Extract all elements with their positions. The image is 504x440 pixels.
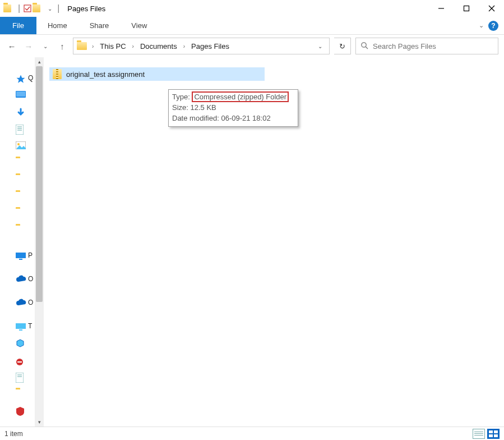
close-button[interactable]: [479, 0, 504, 17]
sidebar-item-this-pc[interactable]: P: [16, 251, 26, 260]
sidebar-item-folder[interactable]: [16, 192, 26, 201]
tooltip-type-value: Compressed (zipped) Folder: [192, 91, 289, 102]
sidebar-item-this-pc-2[interactable]: T: [16, 322, 26, 331]
qat-folder-icon[interactable]: [33, 4, 41, 13]
large-icons-view-button[interactable]: [487, 429, 500, 439]
breadcrumb-current[interactable]: Pages Files: [189, 41, 232, 52]
refresh-button[interactable]: ↻: [334, 38, 351, 54]
window-title: Pages Files: [67, 4, 105, 13]
status-item-count: 1 item: [4, 430, 23, 438]
svg-rect-0: [24, 5, 31, 12]
chevron-right-icon[interactable]: ›: [131, 43, 136, 49]
svg-point-15: [17, 143, 20, 145]
address-dropdown-icon[interactable]: ⌄: [313, 43, 327, 49]
minimize-button[interactable]: [428, 0, 454, 17]
svg-point-5: [362, 42, 366, 47]
sidebar-item-desktop[interactable]: [16, 91, 26, 100]
svg-rect-18: [16, 323, 26, 329]
sidebar-scrollbar[interactable]: ▴ ▾: [35, 57, 44, 427]
svg-rect-2: [464, 6, 469, 11]
title-bar: | ⌄ | Pages Files: [0, 0, 504, 17]
file-name: original_test assignment: [66, 70, 145, 79]
sidebar-item-3d-objects[interactable]: [16, 339, 26, 348]
breadcrumb-documents[interactable]: Documents: [138, 41, 179, 52]
tooltip: Type: Compressed (zipped) Folder Size: 1…: [168, 89, 298, 127]
navigation-row: ← → ⌄ ↑ › This PC › Documents › Pages Fi…: [0, 35, 504, 57]
status-bar: 1 item: [0, 427, 504, 440]
sidebar-item-onedrive[interactable]: O: [16, 275, 26, 284]
tooltip-date-value: 06-09-21 18:02: [221, 114, 270, 122]
sidebar-item-folder[interactable]: [16, 226, 26, 235]
breadcrumb-this-pc[interactable]: This PC: [98, 41, 128, 52]
sidebar-item-onedrive[interactable]: O: [16, 299, 26, 308]
tooltip-size-label: Size:: [172, 103, 188, 112]
ribbon-tabs: File Home Share View ⌄ ?: [0, 17, 504, 35]
svg-marker-7: [17, 75, 25, 83]
chevron-right-icon[interactable]: ›: [90, 43, 95, 49]
qat-properties-icon[interactable]: [22, 2, 33, 15]
forward-button[interactable]: →: [22, 40, 35, 52]
sidebar-item-documents-2[interactable]: [16, 373, 26, 382]
recent-locations-dropdown[interactable]: ⌄: [39, 40, 52, 52]
svg-rect-17: [19, 259, 22, 260]
scroll-down-icon[interactable]: ▾: [35, 418, 44, 427]
sidebar-item-downloads[interactable]: [16, 108, 26, 117]
search-box[interactable]: [355, 38, 498, 54]
svg-rect-23: [16, 373, 24, 383]
up-button[interactable]: ↑: [56, 40, 68, 52]
details-view-button[interactable]: [473, 429, 485, 439]
maximize-button[interactable]: [454, 0, 479, 17]
tooltip-size-value: 12.5 KB: [191, 103, 216, 112]
qat-dropdown-icon[interactable]: ⌄: [45, 2, 55, 15]
chevron-right-icon[interactable]: ›: [182, 43, 187, 49]
file-tab[interactable]: File: [0, 17, 36, 34]
svg-line-6: [366, 47, 368, 49]
tooltip-date-label: Date modified:: [172, 114, 219, 122]
scrollbar-thumb[interactable]: [36, 66, 43, 302]
scroll-up-icon[interactable]: ▴: [35, 57, 44, 66]
zip-folder-icon: [53, 69, 62, 79]
tab-view[interactable]: View: [120, 17, 158, 34]
app-folder-icon: [3, 4, 12, 13]
ribbon-collapse-icon[interactable]: ⌄: [479, 22, 484, 29]
sidebar-item-folder[interactable]: [16, 389, 26, 398]
tooltip-type-label: Type:: [172, 93, 190, 101]
svg-rect-9: [16, 91, 25, 97]
sidebar-item-mcafee[interactable]: [16, 406, 26, 415]
sidebar-item-folder[interactable]: [16, 175, 26, 184]
title-divider: |: [18, 3, 20, 13]
sidebar-item-pictures[interactable]: [16, 141, 26, 150]
svg-rect-19: [19, 329, 22, 331]
tab-home[interactable]: Home: [36, 17, 78, 34]
sidebar-item-documents[interactable]: [16, 125, 26, 134]
help-icon[interactable]: ?: [488, 21, 498, 31]
svg-rect-10: [16, 125, 24, 135]
search-input[interactable]: [373, 42, 493, 51]
sidebar-item-blocked[interactable]: [16, 356, 26, 365]
sidebar-item-folder[interactable]: [16, 209, 26, 218]
navigation-pane[interactable]: ▴ ▾ Q: [0, 57, 46, 427]
sidebar-item-quick-access[interactable]: Q: [16, 74, 26, 83]
sidebar-item-folder[interactable]: [16, 158, 26, 167]
address-bar[interactable]: › This PC › Documents › Pages Files ⌄: [73, 38, 330, 54]
search-icon: [360, 42, 368, 51]
file-row[interactable]: original_test assignment: [49, 67, 265, 81]
back-button[interactable]: ←: [6, 40, 18, 52]
title-divider-2: |: [57, 3, 59, 13]
svg-rect-16: [16, 253, 26, 258]
tab-share[interactable]: Share: [78, 17, 121, 34]
address-folder-icon: [77, 42, 87, 50]
